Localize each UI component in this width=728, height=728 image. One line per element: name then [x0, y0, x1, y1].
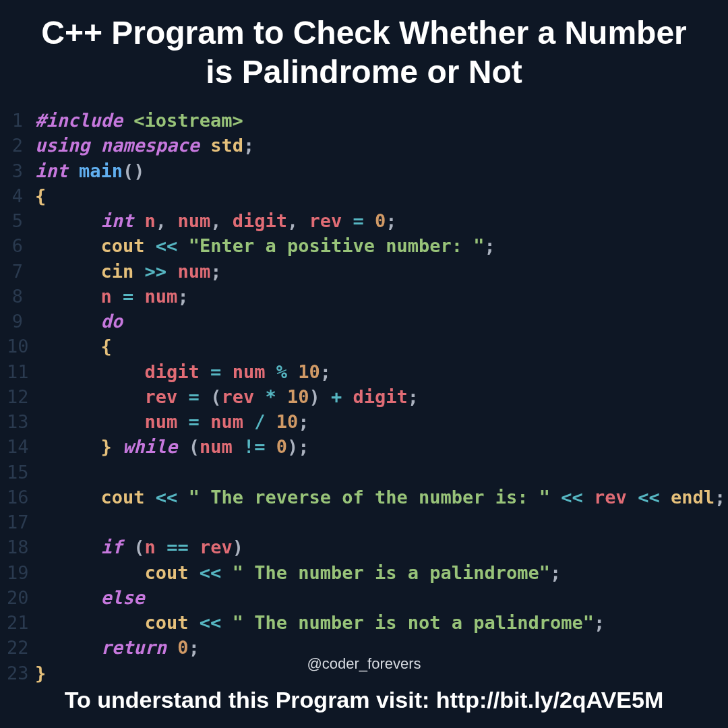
code-line: 2using namespace std;	[7, 133, 721, 158]
line-number: 14	[7, 434, 35, 459]
line-number: 15	[7, 460, 35, 485]
number: 10	[287, 386, 309, 407]
identifier: cout	[145, 612, 189, 633]
line-number: 10	[7, 334, 35, 359]
variable: rev	[594, 487, 627, 508]
string-literal: " The reverse of the number is: "	[189, 487, 550, 508]
line-number: 2	[7, 133, 35, 158]
variable: digit	[233, 210, 287, 231]
code-line: 7 cin >> num;	[7, 259, 721, 284]
code-line: 14 } while (num != 0);	[7, 434, 721, 459]
function-name: main	[79, 160, 123, 181]
line-number: 11	[7, 359, 35, 384]
variable: n	[145, 537, 156, 557]
line-number: 8	[7, 284, 35, 309]
code-line: 1#include <iostream>	[7, 108, 721, 133]
line-number: 19	[7, 560, 35, 585]
line-number: 6	[7, 233, 35, 258]
variable: num	[177, 210, 210, 231]
variable: num	[200, 436, 233, 457]
line-number: 9	[7, 309, 35, 334]
string-literal: " The number is not a palindrome"	[233, 612, 594, 633]
variable: rev	[221, 386, 254, 407]
identifier: std	[210, 135, 243, 156]
variable: num	[233, 361, 266, 382]
line-number: 4	[7, 183, 35, 208]
string-literal: "Enter a positive number: "	[189, 235, 485, 256]
code-line: 17	[7, 510, 721, 535]
brace: {	[35, 185, 46, 206]
variable: num	[177, 261, 210, 282]
page-title: C++ Program to Check Whether a Number is…	[0, 0, 728, 108]
line-number: 16	[7, 485, 35, 510]
line-number: 5	[7, 208, 35, 233]
code-line: 16 cout << " The reverse of the number i…	[7, 485, 721, 510]
variable: num	[145, 286, 178, 307]
watermark-handle: @coder_forevers	[0, 655, 728, 673]
code-line: 11 digit = num % 10;	[7, 359, 721, 384]
keyword: while	[123, 436, 177, 457]
brace: }	[101, 436, 112, 457]
number: 0	[276, 436, 287, 457]
line-number: 1	[7, 108, 35, 133]
variable: digit	[353, 386, 408, 407]
code-line: 8 n = num;	[7, 284, 721, 309]
code-line: 10 {	[7, 334, 721, 359]
code-line: 18 if (n == rev)	[7, 535, 721, 559]
line-number: 12	[7, 384, 35, 409]
variable: rev	[200, 537, 233, 557]
line-number: 7	[7, 259, 35, 284]
variable: rev	[309, 210, 342, 231]
code-line: 20 else	[7, 585, 721, 610]
line-number: 3	[7, 158, 35, 183]
identifier: endl	[671, 487, 715, 508]
code-line: 13 num = num / 10;	[7, 409, 721, 434]
variable: n	[101, 286, 112, 307]
identifier: cout	[101, 487, 145, 508]
include-header: <iostream>	[133, 110, 243, 131]
number: 10	[298, 361, 320, 382]
line-number: 17	[7, 510, 35, 535]
identifier: cin	[101, 261, 134, 282]
keyword: do	[101, 311, 123, 332]
footer-text: To understand this Program visit: http:/…	[0, 675, 728, 728]
number: 0	[375, 210, 386, 231]
variable: rev	[145, 386, 178, 407]
identifier: cout	[101, 235, 145, 256]
variable: digit	[145, 361, 200, 382]
code-line: 6 cout << "Enter a positive number: ";	[7, 233, 721, 258]
preprocessor: #include	[35, 110, 123, 131]
identifier: cout	[145, 562, 189, 583]
variable: n	[145, 210, 156, 231]
code-line: 21 cout << " The number is not a palindr…	[7, 610, 721, 635]
code-line: 9 do	[7, 309, 721, 334]
type: int	[101, 210, 134, 231]
line-number: 21	[7, 610, 35, 635]
code-line: 3int main()	[7, 158, 721, 183]
brace: {	[101, 336, 112, 357]
line-number: 13	[7, 409, 35, 434]
line-number: 18	[7, 535, 35, 559]
code-line: 4{	[7, 183, 721, 208]
code-block: 1#include <iostream> 2using namespace st…	[0, 108, 728, 686]
code-line: 5 int n, num, digit, rev = 0;	[7, 208, 721, 233]
code-line: 19 cout << " The number is a palindrome"…	[7, 560, 721, 585]
keyword: using	[35, 135, 90, 156]
type: int	[35, 160, 68, 181]
code-line: 15	[7, 460, 721, 485]
line-number: 20	[7, 585, 35, 610]
keyword: else	[101, 587, 145, 608]
code-line: 12 rev = (rev * 10) + digit;	[7, 384, 721, 409]
number: 10	[276, 411, 299, 432]
variable: num	[145, 411, 178, 432]
string-literal: " The number is a palindrome"	[233, 562, 550, 583]
variable: num	[210, 411, 243, 432]
keyword: if	[101, 537, 123, 557]
keyword: namespace	[101, 135, 200, 156]
